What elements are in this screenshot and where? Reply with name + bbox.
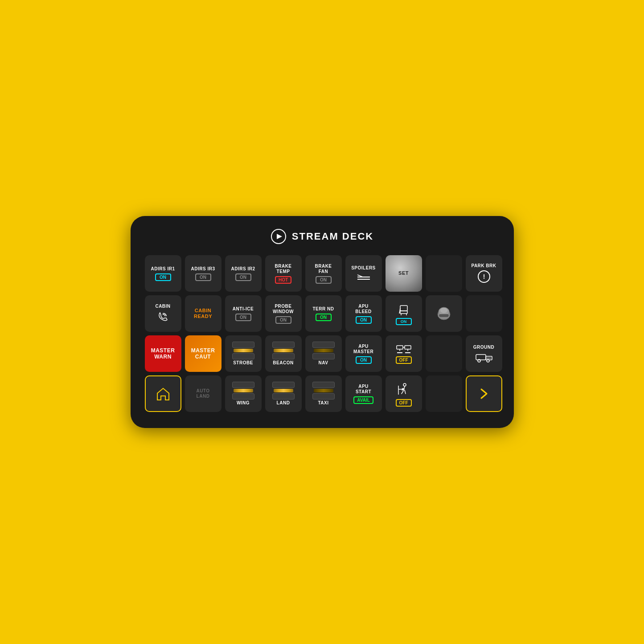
nav-light-icon	[312, 342, 335, 359]
btn-anti-ice[interactable]: ANTI-ICE ON	[225, 295, 262, 332]
btn-label: BRAKETEMP	[275, 264, 291, 274]
status-badge: ON	[275, 316, 291, 324]
status-badge: ON	[356, 316, 372, 324]
btn-label: CABINREADY	[194, 308, 212, 319]
header-title: STREAM DECK	[292, 231, 373, 242]
btn-label: ADIRS IR2	[231, 266, 255, 272]
ground-truck-icon	[475, 351, 493, 363]
btn-cabin-ready[interactable]: CABINREADY	[185, 295, 222, 332]
btn-apu-connect[interactable]: OFF	[386, 335, 422, 372]
btn-adirs-ir2[interactable]: ADIRS IR2 ON	[225, 255, 262, 292]
btn-apu-bleed[interactable]: APUBLEED ON	[345, 295, 382, 332]
btn-brake-fan[interactable]: BRAKEFAN ON	[305, 255, 342, 292]
stream-deck-logo	[271, 228, 287, 245]
btn-label: APUSTART	[356, 384, 371, 395]
svg-rect-17	[405, 346, 411, 349]
status-badge: ON	[155, 273, 171, 281]
btn-cabin[interactable]: CABIN	[145, 295, 181, 332]
btn-empty-1	[426, 255, 462, 292]
btn-taxi[interactable]: TAXI	[305, 375, 342, 412]
wing-light-icon	[232, 382, 254, 399]
btn-land[interactable]: LAND	[265, 375, 302, 412]
btn-label: WING	[237, 400, 250, 406]
status-badge: ON	[356, 356, 372, 364]
btn-master-caut[interactable]: MASTERCAUT	[185, 335, 222, 372]
btn-label: BRAKEFAN	[315, 264, 332, 274]
btn-label: ANTI-ICE	[233, 306, 254, 312]
btn-label: MASTERCAUT	[191, 347, 215, 360]
svg-rect-14	[439, 314, 448, 317]
svg-text:!: !	[483, 273, 485, 280]
btn-seat[interactable]: ON	[386, 295, 422, 332]
stream-deck-panel: STREAM DECK ADIRS IR1 ON ADIRS IR3 ON AD…	[131, 216, 514, 428]
status-badge: OFF	[396, 356, 412, 364]
strobe-light-icon	[232, 342, 254, 359]
status-badge: ON	[235, 273, 251, 281]
btn-ground[interactable]: GROUND	[466, 335, 502, 372]
seat-icon	[396, 302, 412, 318]
btn-label: SPOILERS	[351, 265, 376, 271]
btn-park-brk[interactable]: PARK BRK !	[466, 255, 502, 292]
btn-label: PARK BRK	[471, 263, 496, 269]
status-badge: OFF	[396, 399, 412, 407]
btn-label: TERR ND	[313, 306, 334, 312]
btn-exit-person[interactable]: OFF	[386, 375, 422, 412]
btn-helmet[interactable]	[426, 295, 462, 332]
svg-rect-23	[476, 355, 486, 360]
btn-label: PROBEWINDOW	[273, 304, 294, 314]
home-icon	[155, 385, 172, 402]
btn-label: APUMASTER	[353, 344, 373, 355]
btn-label: SET	[398, 270, 409, 276]
btn-apu-start[interactable]: APUSTART AVAIL	[345, 375, 382, 412]
btn-label: AUTOLAND	[196, 388, 209, 399]
status-badge: HOT	[275, 276, 291, 284]
btn-adirs-ir3[interactable]: ADIRS IR3 ON	[185, 255, 222, 292]
btn-set[interactable]: SET	[386, 255, 422, 292]
phone-icon	[156, 310, 170, 323]
status-badge: ON	[316, 314, 332, 321]
btn-label: TAXI	[318, 400, 328, 406]
status-badge: AVAIL	[353, 396, 373, 404]
apu-connect-icon	[395, 344, 413, 355]
btn-brake-temp[interactable]: BRAKETEMP HOT	[265, 255, 302, 292]
svg-point-15	[440, 308, 447, 313]
btn-wing[interactable]: WING	[225, 375, 262, 412]
btn-apu-master[interactable]: APUMASTER ON	[345, 335, 382, 372]
svg-rect-8	[400, 311, 407, 314]
park-brk-icon: !	[477, 269, 491, 284]
btn-label: ADIRS IR1	[151, 266, 175, 272]
exit-person-icon	[396, 381, 412, 397]
btn-label: ADIRS IR3	[191, 266, 215, 272]
btn-auto-land[interactable]: AUTOLAND	[185, 375, 222, 412]
btn-label: MASTERWARN	[151, 347, 175, 360]
btn-empty-2	[466, 295, 502, 332]
btn-beacon[interactable]: BEACON	[265, 335, 302, 372]
btn-probe-window[interactable]: PROBEWINDOW ON	[265, 295, 302, 332]
btn-label: APUBLEED	[355, 304, 371, 314]
btn-empty-3	[426, 335, 462, 372]
beacon-light-icon	[272, 342, 295, 359]
land-light-icon	[272, 382, 295, 399]
btn-adirs-ir1[interactable]: ADIRS IR1 ON	[145, 255, 181, 292]
status-badge: ON	[195, 273, 211, 281]
status-badge: ON	[396, 318, 412, 325]
btn-label: STROBE	[233, 360, 253, 366]
chevron-right-icon	[477, 387, 491, 401]
spoilers-icon	[357, 273, 371, 281]
btn-next[interactable]	[466, 375, 502, 412]
btn-label: NAV	[319, 360, 328, 366]
btn-label: GROUND	[473, 345, 494, 350]
btn-spoilers[interactable]: SPOILERS	[345, 255, 382, 292]
btn-terr-nd[interactable]: TERR ND ON	[305, 295, 342, 332]
btn-nav[interactable]: NAV	[305, 335, 342, 372]
btn-home[interactable]	[145, 375, 181, 412]
btn-master-warn[interactable]: MASTERWARN	[145, 335, 181, 372]
status-badge: ON	[235, 314, 251, 321]
btn-strobe[interactable]: STROBE	[225, 335, 262, 372]
btn-label: LAND	[277, 400, 290, 406]
btn-label: BEACON	[273, 360, 293, 366]
taxi-light-icon	[312, 382, 335, 399]
btn-label: CABIN	[155, 304, 170, 309]
helmet-icon	[434, 304, 454, 323]
svg-rect-16	[397, 346, 403, 349]
